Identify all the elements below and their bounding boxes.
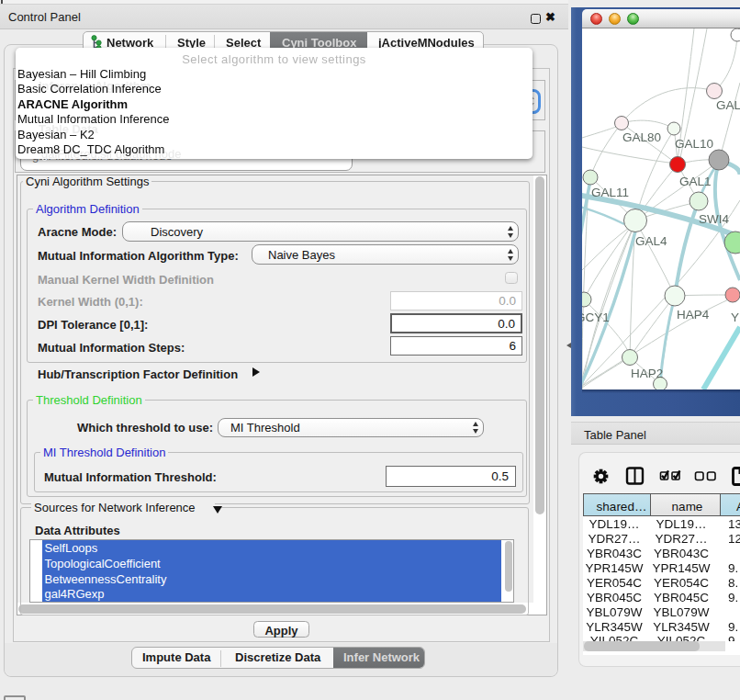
svg-text:HAP2: HAP2 (631, 367, 663, 380)
svg-text:GAL4: GAL4 (635, 234, 667, 248)
svg-text:YD: YD (731, 310, 740, 324)
svg-text:GAL2: GAL2 (716, 98, 740, 112)
svg-text:SWI4: SWI4 (699, 212, 729, 226)
svg-text:GAL80: GAL80 (622, 130, 661, 144)
svg-text:HAP4: HAP4 (677, 308, 710, 322)
svg-text:GAL11: GAL11 (591, 186, 629, 199)
svg-text:GAL10: GAL10 (675, 137, 713, 151)
svg-text:GCY1: GCY1 (582, 310, 610, 324)
svg-text:GAL1: GAL1 (679, 175, 712, 188)
